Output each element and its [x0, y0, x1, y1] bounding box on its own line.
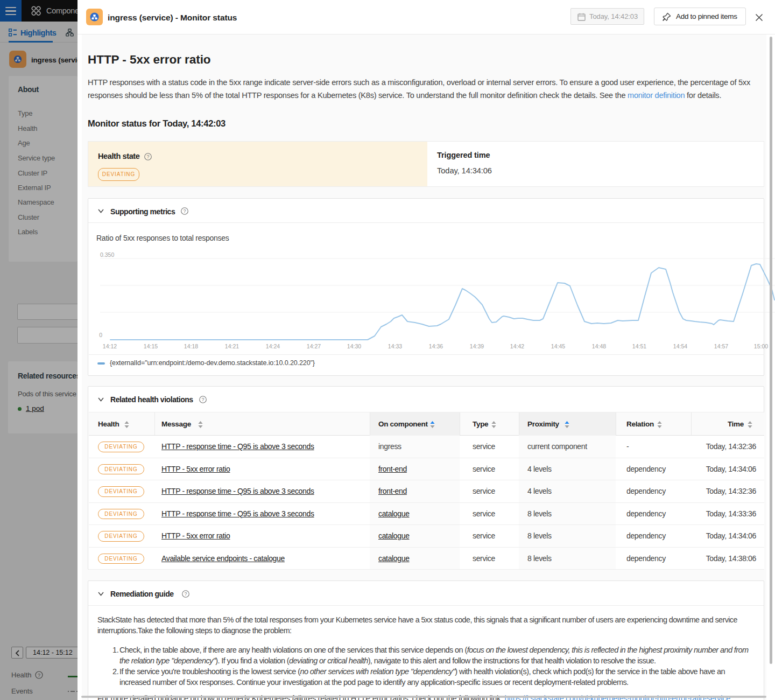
svg-text:?: ? — [146, 154, 149, 159]
svg-text:?: ? — [183, 208, 186, 214]
svg-text:14:12: 14:12 — [103, 343, 117, 349]
svg-text:14:15: 14:15 — [144, 343, 158, 349]
svg-text:14:48: 14:48 — [592, 343, 606, 349]
svg-text:14:57: 14:57 — [714, 343, 728, 349]
svg-text:14:27: 14:27 — [307, 343, 321, 349]
svg-text:14:21: 14:21 — [225, 343, 239, 349]
svg-text:14:18: 14:18 — [184, 343, 198, 349]
svg-text:14:51: 14:51 — [632, 343, 646, 349]
svg-text:15:00: 15:00 — [754, 343, 768, 349]
svg-text:14:42: 14:42 — [510, 343, 524, 349]
svg-text:?: ? — [201, 397, 204, 402]
svg-text:0: 0 — [99, 332, 102, 338]
svg-text:14:45: 14:45 — [551, 343, 565, 349]
svg-text:?: ? — [184, 591, 187, 597]
svg-text:0.350: 0.350 — [100, 251, 114, 258]
svg-text:14:36: 14:36 — [429, 343, 443, 349]
svg-text:14:24: 14:24 — [266, 343, 280, 349]
svg-text:14:39: 14:39 — [470, 343, 484, 349]
svg-text:14:33: 14:33 — [388, 343, 402, 349]
svg-text:14:54: 14:54 — [673, 343, 687, 349]
svg-text:14:30: 14:30 — [347, 343, 361, 349]
